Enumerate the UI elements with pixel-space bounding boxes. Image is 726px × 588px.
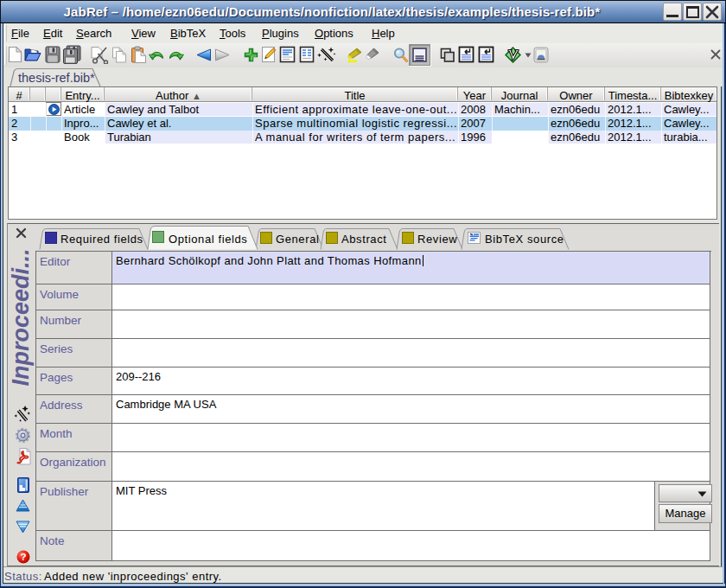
svg-text:?: ? xyxy=(20,552,26,562)
